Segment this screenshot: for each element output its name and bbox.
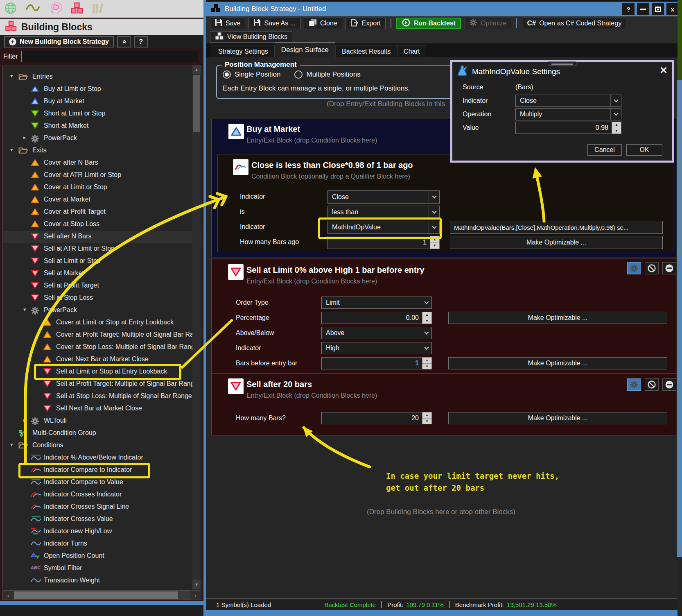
sell-limit-spinner-percentage[interactable]: 0.00▲▼ [321,312,432,324]
condition-spinner-how-many-bars-ago[interactable]: 1▲▼ [327,236,440,249]
scroll-up-icon[interactable]: ▲ [192,65,201,74]
mind-icon[interactable] [48,1,62,17]
scroll-right-icon[interactable]: › [190,591,201,600]
tree-item-sell-at-limit-or-stop[interactable]: Sell at Limit or Stop [3,256,201,268]
spinner-buttons[interactable]: ▲▼ [422,358,431,369]
expanded-arrow-icon[interactable]: ▾ [10,442,13,447]
tree-item-symbol-filter[interactable]: ABCSymbol Filter [3,563,201,575]
tab-strategy-settings[interactable]: Strategy Settings [212,45,275,57]
globe-icon[interactable] [4,2,17,16]
wave-icon[interactable] [25,2,40,16]
condition-block[interactable]: Close is less than Close*0.98 of 1 bar a… [217,154,673,252]
tree-item-transaction-weight[interactable]: Transaction Weight [3,575,201,587]
window-help-button[interactable]: ? [622,3,635,15]
remove-icon[interactable] [662,378,676,391]
tree-item-cover-at-limit-or-stop-at-entry-lookback[interactable]: Cover at Limit or Stop at Entry Lookback [3,317,201,329]
sell-at-limit-block[interactable]: Sell at Limit 0% above High 1 bar before… [212,258,676,374]
window-titlebar[interactable]: Building Block Strategy - Untitled ? x [206,2,682,16]
collapse-all-button[interactable]: » [117,36,131,48]
tree-item-wltouli[interactable]: ▸WLTouli [3,415,201,428]
expanded-arrow-icon[interactable]: ▾ [10,73,13,79]
disable-icon[interactable] [645,378,659,391]
remove-icon[interactable] [662,262,676,274]
spinner-buttons[interactable]: ▲▼ [422,312,431,324]
multiple-positions-radio[interactable]: Multiple Positions [294,70,360,79]
sell-limit-dropdown-order-type[interactable]: Limit [321,297,432,309]
tree-item-powerpack[interactable]: ▸PowerPack [3,133,201,145]
scrollbar-thumb[interactable] [193,75,200,132]
view-building-blocks-button[interactable]: View Building Blocks [210,31,292,43]
tree-item-indicator-crosses-signal-line[interactable]: Indicator Crosses Signal Line [3,501,201,514]
sell-after-bars-block[interactable]: Sell after 20 bars Entry/Exit Block (dro… [212,374,676,435]
collapsed-arrow-icon[interactable]: ▸ [23,135,26,140]
cancel-button[interactable]: Cancel [587,144,622,156]
expanded-arrow-icon[interactable]: ▾ [23,307,26,312]
scrollbar-thumb[interactable] [14,591,178,599]
tree-item-cover-at-limit-or-stop[interactable]: Cover at Limit or Stop [3,182,201,194]
tree-item-exits[interactable]: ▾Exits [3,145,201,157]
tree-item-cover-next-bar-at-market-close[interactable]: Cover Next Bar at Market Close [3,354,201,366]
optimize-button[interactable]: Optimize [464,18,511,29]
tree-item-indicator-turns[interactable]: Indicator Turns [3,538,201,550]
tree-item-cover-at-profit-target[interactable]: Cover at Profit Target [3,206,201,219]
tree-item-cover-at-atr-limit-or-stop[interactable]: Cover at ATR Limit or Stop [3,170,201,182]
panel-help-button[interactable]: ? [134,36,148,48]
tree-item-sell-after-n-bars[interactable]: Sell after N Bars [3,231,201,243]
close-button[interactable]: x [666,3,679,15]
tree-item-indicator-crosses-value[interactable]: Indicator Crosses Value [3,514,201,526]
export-button[interactable]: Export [346,18,386,29]
new-building-block-strategy-button[interactable]: + New Building Block Strategy [4,36,114,48]
tree-item-sell-at-stop-loss-multiple-of-signal-bar-range[interactable]: Sell at Stop Loss: Multiple of Signal Ba… [3,391,201,403]
condition-dropdown-indicator[interactable]: Close [327,190,440,204]
condition-dropdown-indicator[interactable]: MathIndOpValue [327,221,440,234]
tree-item-cover-after-n-bars[interactable]: Cover after N Bars [3,157,201,170]
tab-chart[interactable]: Chart [397,45,426,57]
scroll-down-icon[interactable]: ▼ [192,580,201,589]
tree-item-short-at-market[interactable]: Short at Market [3,120,201,133]
tree-horizontal-scrollbar[interactable]: ‹ › [2,590,201,600]
dialog-titlebar[interactable]: MathIndOpValue Settings [456,65,560,78]
tree-item-cover-at-stop-loss[interactable]: Cover at Stop Loss [3,219,201,231]
gear-icon[interactable] [627,378,641,391]
clone-button[interactable]: Clone [304,18,342,29]
save-as-button[interactable]: Save As ... [248,18,300,29]
tree-item-buy-at-market[interactable]: Buy at Market [3,96,201,108]
library-icon[interactable] [92,2,105,16]
gear-icon[interactable] [627,262,641,274]
indicator-formula-field[interactable]: MathIndOpValue(Bars,[Close],MathOperatio… [450,221,663,234]
tree-item-conditions[interactable]: ▾Conditions [3,440,201,452]
minimize-button[interactable] [637,3,649,15]
tree-item-cover-at-stop-loss-multiple-of-signal-bar-range[interactable]: Cover at Stop Loss: Multiple of Signal B… [3,342,201,354]
collapsed-arrow-icon[interactable]: ▸ [23,417,26,423]
spinner-buttons[interactable]: ▲▼ [430,236,439,249]
run-backtest-button[interactable]: Run Backtest [396,18,461,29]
tree-item-sell-next-bar-at-market-close[interactable]: Sell Next Bar at Market Close [3,403,201,415]
tree-item-indicator-compare-to-indicator[interactable]: Indicator Compare to Indicator [3,464,201,477]
tree-item-indicator-compare-to-value[interactable]: Indicator Compare to Value [3,477,201,489]
tree-item-multi-condition-group[interactable]: Multi-Condition Group [3,428,201,440]
tree-scrollbar[interactable]: ▲ ▼ [192,65,201,589]
building-blocks-icon[interactable] [70,2,84,16]
tree-item-indicator-above-below-indicator[interactable]: Indicator % Above/Below Indicator [3,452,201,464]
sell-after-spinner-how-many-bars[interactable]: 20▲▼ [321,412,432,424]
spinner-buttons[interactable]: ▲▼ [422,412,431,424]
open-csharp-button[interactable]: C# Open as C# Coded Strategy [522,18,626,29]
tab-backtest-results[interactable]: Backtest Results [335,45,397,57]
sell-limit-spinner-bars-before-entry-bar[interactable]: 1▲▼ [321,357,432,369]
make-optimizable-button[interactable]: Make Optimizable ... [448,312,667,324]
ok-button[interactable]: OK [626,144,662,156]
tree-item-entries[interactable]: ▾Entries [3,71,201,84]
filter-input[interactable] [21,51,198,62]
disable-icon[interactable] [645,262,659,274]
design-scrollbar-thumb[interactable] [677,80,682,557]
sell-limit-dropdown-above-below[interactable]: Above [321,327,432,339]
tree-item-indicator-new-high-low[interactable]: Indicator new High/Low [3,526,201,538]
scroll-left-icon[interactable]: ‹ [3,591,14,600]
tree-item-sell-at-profit-target[interactable]: Sell at Profit Target [3,280,201,292]
maximize-button[interactable] [652,3,664,15]
tree-item-sell-at-market[interactable]: Sell at Market [3,268,201,280]
tree-item-sell-at-atr-limit-or-stop[interactable]: Sell at ATR Limit or Stop [3,243,201,256]
spinner-buttons[interactable]: ▲▼ [612,122,621,134]
expanded-arrow-icon[interactable]: ▾ [10,147,13,152]
operation-dropdown[interactable]: Multiply [515,108,621,120]
